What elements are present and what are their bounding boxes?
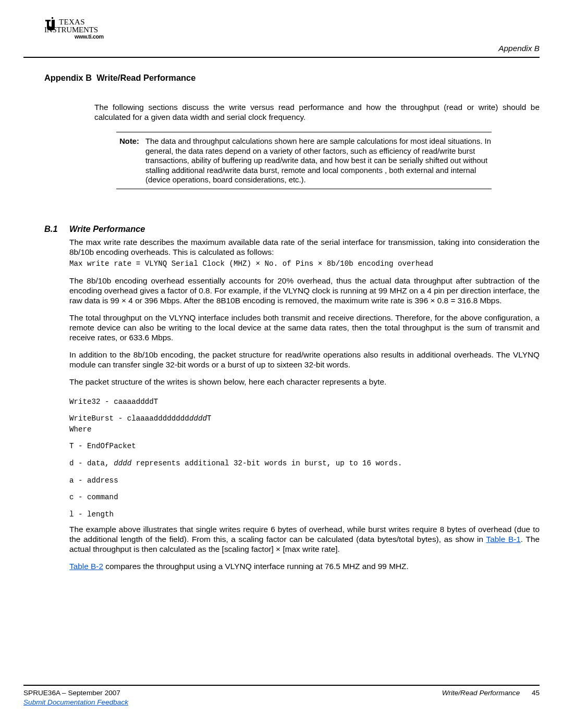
code-wb-b: dddd — [189, 414, 207, 423]
page-footer: SPRUE36A – September 2007 Write/Read Per… — [23, 685, 540, 707]
code-line-a: a - address — [69, 475, 540, 486]
section-heading: B.1Write Performance — [44, 224, 540, 234]
note-label: Note: — [116, 137, 145, 184]
section-title: Write Performance — [69, 224, 145, 233]
page-header: TEXAS INSTRUMENTS www.ti.com Appendix B — [23, 16, 540, 55]
ti-logo: TEXAS INSTRUMENTS www.ti.com — [44, 17, 106, 40]
code-line-d: d - data, dddd represents additional 32-… — [69, 458, 540, 469]
note-rule-top — [116, 132, 492, 132]
p7-b: compares the throughput using a VLYNQ in… — [103, 562, 409, 571]
code-d-c: represents additional 32-bit words in bu… — [131, 459, 402, 467]
footer-page-number: 45 — [522, 689, 540, 698]
paragraph-2: The 8b/10b encoding overhead essentially… — [69, 276, 540, 306]
code-d-b: dddd — [114, 459, 131, 467]
header-appendix-label: Appendix B — [498, 44, 540, 54]
code-line-writeburst: WriteBurst - claaaaddddddddddddT — [69, 413, 540, 424]
note-rule-bottom — [116, 189, 492, 189]
paragraph-1: The max write rate describes the maximum… — [69, 238, 540, 257]
appendix-prefix: Appendix B — [44, 73, 92, 82]
paragraph-5: The packet structure of the writes is sh… — [69, 377, 540, 387]
table-b2-link[interactable]: Table B-2 — [69, 562, 103, 571]
paragraph-7: Table B-2 compares the throughput using … — [69, 562, 540, 572]
code-line-write32: Write32 - caaaaddddT — [69, 397, 540, 408]
code-line-c: c - command — [69, 492, 540, 503]
code-line-T: T - EndOfPacket — [69, 441, 540, 452]
paragraph-6: The example above illustrates that singl… — [69, 525, 540, 554]
submit-feedback-link[interactable]: Submit Documentation Feedback — [23, 698, 128, 706]
formula-line: Max write rate = VLYNQ Serial Clock (MHZ… — [69, 258, 540, 269]
header-rule — [23, 57, 540, 58]
logo-text-1: TEXAS — [59, 18, 85, 26]
code-line-where: Where — [69, 424, 540, 435]
paragraph-4: In addition to the 8b/10b encoding, the … — [69, 350, 540, 370]
code-wb-c: T — [207, 414, 212, 423]
section-number: B.1 — [44, 224, 69, 234]
code-d-a: d - data, — [69, 459, 114, 467]
note-text: The data and throughput calculations sho… — [145, 137, 492, 184]
paragraph-3: The total throughput on the VLYNQ interf… — [69, 313, 540, 343]
code-wb-a: WriteBurst - claaaadddddddd — [69, 414, 189, 423]
ti-url-link[interactable]: www.ti.com — [75, 33, 106, 40]
intro-paragraph: The following sections discuss the write… — [94, 103, 540, 122]
table-b1-link[interactable]: Table B-1 — [486, 535, 520, 544]
appendix-name: Write/Read Performance — [96, 73, 195, 82]
svg-rect-0 — [52, 17, 53, 19]
footer-rule — [23, 685, 540, 686]
note-block: Note: The data and throughput calculatio… — [116, 137, 492, 184]
code-line-l: l - length — [69, 509, 540, 520]
p6-a: The example above illustrates that singl… — [69, 525, 540, 544]
footer-docid: SPRUE36A – September 2007 — [23, 689, 120, 698]
logo-text-2: INSTRUMENTS — [44, 26, 98, 34]
footer-section-title: Write/Read Performance — [442, 689, 520, 697]
appendix-title: Appendix B Write/Read Performance — [44, 72, 540, 83]
